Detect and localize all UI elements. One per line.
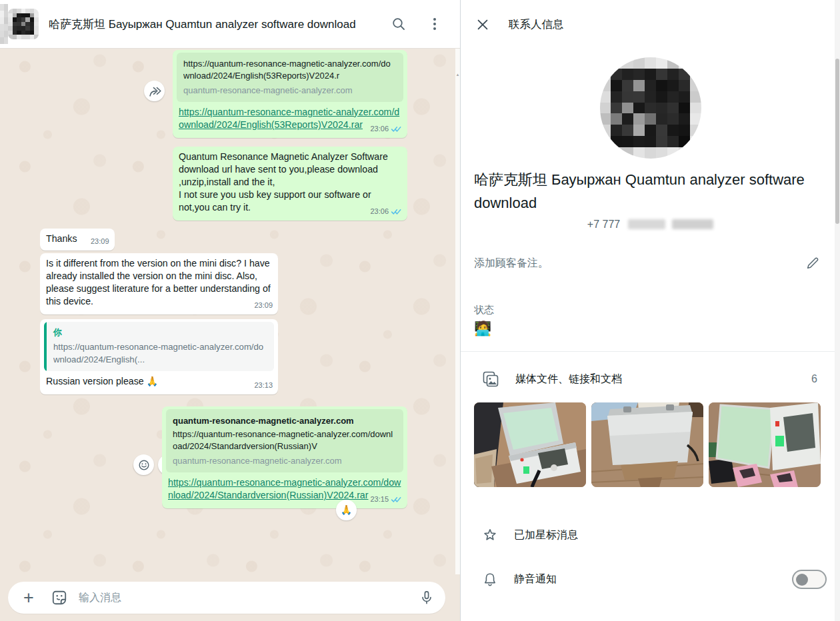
link-preview[interactable]: quantum-resonance-magnetic-analyzer.com … — [166, 409, 403, 472]
status-emoji: 🧑‍💻 — [474, 320, 827, 336]
close-icon[interactable] — [475, 17, 490, 32]
status-label: 状态 — [474, 304, 827, 316]
message-text: I not sure you usb key support our softw… — [179, 189, 401, 214]
preview-url: https://quantum-resonance-magnetic-analy… — [183, 58, 397, 82]
media-thumbnail[interactable] — [709, 402, 821, 487]
mute-notifications-row[interactable]: 静音通知 — [461, 570, 840, 589]
media-count: 6 — [811, 373, 817, 385]
message-row: quantum-resonance-magnetic-analyzer.com … — [40, 406, 407, 508]
star-icon — [482, 527, 498, 543]
message-row: https://quantum-resonance-magnetic-analy… — [40, 50, 407, 138]
message-input[interactable] — [79, 592, 419, 604]
panel-scrollbar[interactable] — [835, 0, 840, 621]
starred-label: 已加星标消息 — [514, 528, 827, 542]
chat-avatar[interactable] — [8, 9, 39, 39]
contact-info-header: 联系人信息 — [461, 0, 840, 49]
section-divider — [461, 351, 840, 352]
message-reaction[interactable]: 🙏 — [336, 500, 357, 520]
media-icon — [482, 370, 499, 388]
incoming-message[interactable]: 你 https://quantum-resonance-magnetic-ana… — [40, 319, 278, 394]
message-text: Quantum Resonance Magnetic Analyzer Soft… — [179, 151, 401, 189]
link-preview[interactable]: https://quantum-resonance-magnetic-analy… — [177, 53, 403, 102]
message-time: 23:06 — [370, 205, 389, 218]
search-icon — [391, 16, 407, 32]
message-row: Thanks 23:09 — [40, 229, 407, 251]
preview-title: quantum-resonance-magnetic-analyzer.com — [173, 414, 397, 427]
chat-message-list[interactable]: https://quantum-resonance-magnetic-analy… — [0, 49, 460, 574]
preview-domain: quantum-resonance-magnetic-analyzer.com — [173, 454, 397, 467]
message-time: 23:09 — [91, 235, 109, 248]
message-text: Is it different from the version on the … — [46, 257, 272, 308]
smiley-icon — [137, 458, 151, 472]
message-row: Is it different from the version on the … — [40, 253, 407, 314]
menu-button[interactable] — [421, 11, 448, 37]
panel-title: 联系人信息 — [509, 17, 564, 32]
preview-url: https://quantum-resonance-magnetic-analy… — [173, 428, 397, 452]
read-ticks-icon — [391, 208, 402, 215]
mute-toggle[interactable] — [792, 570, 827, 589]
media-thumbnail[interactable] — [474, 402, 586, 487]
edit-pencil-icon[interactable] — [805, 256, 820, 271]
sticker-icon[interactable] — [51, 589, 68, 606]
media-label: 媒体文件、链接和文档 — [515, 372, 811, 386]
media-links-docs-row[interactable]: 媒体文件、链接和文档 6 — [461, 370, 840, 388]
bell-icon — [482, 572, 498, 588]
message-time: 23:15 — [370, 493, 389, 506]
redacted-phone-block — [672, 219, 713, 229]
contact-avatar[interactable] — [600, 57, 701, 159]
message-time: 23:09 — [254, 299, 273, 312]
microphone-icon[interactable] — [419, 590, 435, 606]
preview-domain: quantum-resonance-magnetic-analyzer.com — [183, 84, 397, 97]
quote-text: https://quantum-resonance-magnetic-analy… — [53, 340, 267, 366]
message-link[interactable]: https://quantum-resonance-magnetic-analy… — [168, 476, 401, 502]
scroll-up-arrow-icon: ▲ — [455, 73, 460, 77]
message-row: 你 https://quantum-resonance-magnetic-ana… — [40, 319, 407, 394]
forward-button[interactable] — [144, 81, 165, 101]
censored-edge — [0, 4, 8, 44]
kebab-icon — [433, 18, 436, 30]
redacted-phone-block — [628, 219, 665, 229]
quote-author: 你 — [53, 326, 267, 338]
toggle-knob — [796, 574, 808, 586]
chat-scrollbar[interactable]: ▲ — [455, 49, 460, 574]
contact-name: 哈萨克斯坦 Бауыржан Quamtun analyzer software… — [461, 168, 821, 215]
message-link[interactable]: https://quantum-resonance-magnetic-analy… — [179, 106, 401, 131]
message-time: 23:13 — [254, 379, 273, 392]
note-placeholder: 添加顾客备注。 — [474, 257, 549, 271]
message-time: 23:06 — [370, 123, 389, 135]
outgoing-message[interactable]: Quantum Resonance Magnetic Analyzer Soft… — [173, 147, 407, 221]
contact-phone: +7 777 — [461, 219, 840, 231]
whatsapp-window: 哈萨克斯坦 Бауыржан Quamtun analyzer software… — [0, 0, 840, 621]
read-ticks-icon — [391, 496, 402, 503]
read-ticks-icon — [391, 125, 402, 133]
starred-messages-row[interactable]: 已加星标消息 — [461, 527, 840, 543]
chat-header: 哈萨克斯坦 Бауыржан Quamtun analyzer software… — [0, 0, 460, 49]
chat-pane: 哈萨克斯坦 Бауыржан Quamtun analyzer software… — [0, 0, 460, 621]
chat-title[interactable]: 哈萨克斯坦 Бауыржан Quamtun analyzer software… — [49, 17, 385, 32]
react-button[interactable] — [133, 454, 154, 475]
quoted-message[interactable]: 你 https://quantum-resonance-magnetic-ana… — [44, 322, 274, 371]
message-composer: + — [0, 574, 460, 621]
forward-icon — [148, 85, 161, 97]
status-section: 状态 🧑‍💻 — [461, 304, 840, 336]
incoming-message[interactable]: Thanks 23:09 — [40, 229, 115, 251]
outgoing-message[interactable]: https://quantum-resonance-magnetic-analy… — [173, 50, 407, 138]
customer-note-row[interactable]: 添加顾客备注。 — [461, 256, 840, 271]
message-text: Russian version please 🙏 — [46, 375, 272, 388]
contact-info-panel: 联系人信息 哈萨克斯坦 Бауыржан Quamtun analyzer so… — [460, 0, 840, 621]
message-row: Quantum Resonance Magnetic Analyzer Soft… — [40, 147, 407, 221]
search-button[interactable] — [385, 11, 412, 37]
scrollbar-thumb[interactable] — [835, 59, 839, 224]
media-thumbnail[interactable] — [591, 402, 703, 487]
incoming-message[interactable]: Is it different from the version on the … — [40, 253, 278, 314]
mute-label: 静音通知 — [514, 572, 792, 586]
outgoing-message[interactable]: quantum-resonance-magnetic-analyzer.com … — [162, 406, 407, 508]
media-thumbnails — [461, 402, 840, 487]
attach-button[interactable]: + — [17, 589, 40, 607]
message-text: Thanks — [46, 233, 77, 244]
